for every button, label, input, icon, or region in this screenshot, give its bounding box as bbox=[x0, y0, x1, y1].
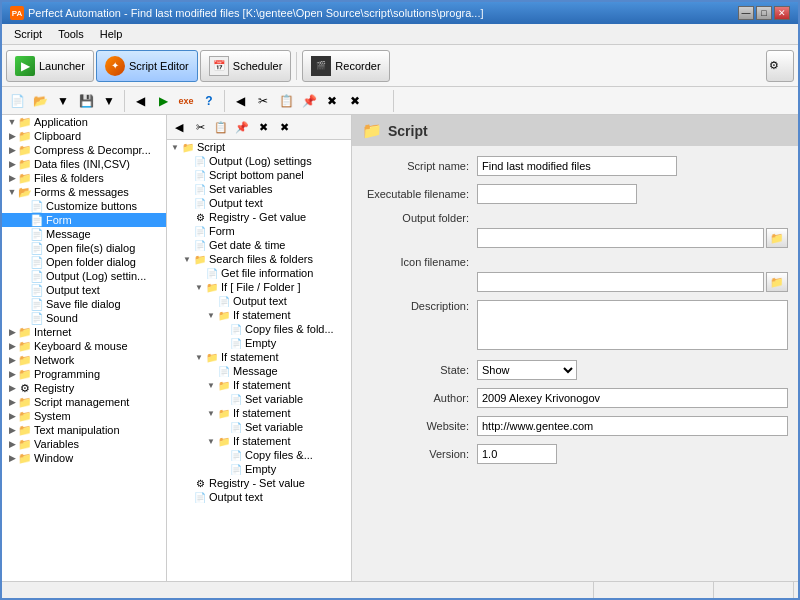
tree-item-registry[interactable]: ▶ ⚙ Registry bbox=[2, 381, 166, 395]
tree-item-window[interactable]: ▶ 📁 Window bbox=[2, 451, 166, 465]
tree-item-outputlog[interactable]: 📄 Output (Log) settin... bbox=[2, 269, 166, 283]
expand-customize[interactable] bbox=[18, 200, 30, 212]
input-version[interactable] bbox=[477, 444, 557, 464]
input-iconfn[interactable] bbox=[477, 272, 764, 292]
stree-ifstatement4[interactable]: ▼ 📁 If statement bbox=[167, 406, 351, 420]
expand-internet[interactable]: ▶ bbox=[6, 326, 18, 338]
expand-message[interactable] bbox=[18, 228, 30, 240]
stree-expand-ifstatement4[interactable]: ▼ bbox=[205, 407, 217, 419]
tree-item-outputtext[interactable]: 📄 Output text bbox=[2, 283, 166, 297]
expand-variables[interactable]: ▶ bbox=[6, 438, 18, 450]
input-exename[interactable] bbox=[477, 184, 637, 204]
stree-copyfiles1[interactable]: 📄 Copy files & fold... bbox=[167, 322, 351, 336]
stree-expand-ifstatement3[interactable]: ▼ bbox=[205, 379, 217, 391]
stree-form[interactable]: 📄 Form bbox=[167, 224, 351, 238]
expand-outputtext[interactable] bbox=[18, 284, 30, 296]
expand-form[interactable] bbox=[18, 214, 30, 226]
stree-fileinfo[interactable]: 📄 Get file information bbox=[167, 266, 351, 280]
stree-outputlog[interactable]: 📄 Output (Log) settings bbox=[167, 154, 351, 168]
input-author[interactable] bbox=[477, 388, 788, 408]
menu-tools[interactable]: Tools bbox=[50, 26, 92, 42]
mid-cut[interactable]: ✂ bbox=[190, 117, 210, 137]
expand-keyboard[interactable]: ▶ bbox=[6, 340, 18, 352]
expand-window[interactable]: ▶ bbox=[6, 452, 18, 464]
delete2-button[interactable]: ✖ bbox=[344, 90, 366, 112]
stree-outputtext1[interactable]: 📄 Output text bbox=[167, 196, 351, 210]
collapse-button[interactable]: ◀ bbox=[169, 117, 189, 137]
minimize-button[interactable]: — bbox=[738, 6, 754, 20]
mid-del2[interactable]: ✖ bbox=[274, 117, 294, 137]
open-button[interactable]: 📂 bbox=[29, 90, 51, 112]
mid-del1[interactable]: ✖ bbox=[253, 117, 273, 137]
input-website[interactable] bbox=[477, 416, 788, 436]
maximize-button[interactable]: □ bbox=[756, 6, 772, 20]
run-button[interactable]: ▶ bbox=[152, 90, 174, 112]
tree-item-savefile[interactable]: 📄 Save file dialog bbox=[2, 297, 166, 311]
expand-openfolder[interactable] bbox=[18, 256, 30, 268]
expand-forms[interactable]: ▼ bbox=[6, 186, 18, 198]
run-exe-button[interactable]: exe bbox=[175, 90, 197, 112]
tree-item-openfile[interactable]: 📄 Open file(s) dialog bbox=[2, 241, 166, 255]
save-dropdown[interactable]: ▼ bbox=[98, 90, 120, 112]
stree-iffilefolder[interactable]: ▼ 📁 If [ File / Folder ] bbox=[167, 280, 351, 294]
paste-button[interactable]: 📌 bbox=[298, 90, 320, 112]
stree-setvars[interactable]: 📄 Set variables bbox=[167, 182, 351, 196]
stree-copyfiles2[interactable]: 📄 Copy files &... bbox=[167, 448, 351, 462]
delete-button[interactable]: ✖ bbox=[321, 90, 343, 112]
expand-openfile[interactable] bbox=[18, 242, 30, 254]
tree-item-openfolder[interactable]: 📄 Open folder dialog bbox=[2, 255, 166, 269]
expand-scriptmgmt[interactable]: ▶ bbox=[6, 396, 18, 408]
stree-ifstatement5[interactable]: ▼ 📁 If statement bbox=[167, 434, 351, 448]
input-scriptname[interactable] bbox=[477, 156, 677, 176]
input-description[interactable] bbox=[477, 300, 788, 350]
stree-expand-script[interactable]: ▼ bbox=[169, 141, 181, 153]
tree-item-text[interactable]: ▶ 📁 Text manipulation bbox=[2, 423, 166, 437]
tree-item-network[interactable]: ▶ 📁 Network bbox=[2, 353, 166, 367]
expand-datafiles[interactable]: ▶ bbox=[6, 158, 18, 170]
select-state[interactable]: Show Hide Minimize bbox=[477, 360, 577, 380]
browse-outputfolder-button[interactable]: 📁 bbox=[766, 228, 788, 248]
expand-text[interactable]: ▶ bbox=[6, 424, 18, 436]
stree-expand-searchfiles[interactable]: ▼ bbox=[181, 253, 193, 265]
expand-application[interactable]: ▼ bbox=[6, 116, 18, 128]
help-button[interactable]: ? bbox=[198, 90, 220, 112]
stree-script[interactable]: ▼ 📁 Script bbox=[167, 140, 351, 154]
tree-item-files[interactable]: ▶ 📁 Files & folders bbox=[2, 171, 166, 185]
tree-item-programming[interactable]: ▶ 📁 Programming bbox=[2, 367, 166, 381]
input-outputfolder[interactable] bbox=[477, 228, 764, 248]
tree-item-forms[interactable]: ▼ 📂 Forms & messages bbox=[2, 185, 166, 199]
tree-item-message[interactable]: 📄 Message bbox=[2, 227, 166, 241]
expand-registry[interactable]: ▶ bbox=[6, 382, 18, 394]
recorder-button[interactable]: 🎬 Recorder bbox=[302, 50, 389, 82]
stree-bottompanel[interactable]: 📄 Script bottom panel bbox=[167, 168, 351, 182]
stree-ifstatement1[interactable]: ▼ 📁 If statement bbox=[167, 308, 351, 322]
tree-item-scriptmgmt[interactable]: ▶ 📁 Script management bbox=[2, 395, 166, 409]
tree-item-customize[interactable]: 📄 Customize buttons bbox=[2, 199, 166, 213]
tree-item-sound[interactable]: 📄 Sound bbox=[2, 311, 166, 325]
new-button[interactable]: 📄 bbox=[6, 90, 28, 112]
menu-script[interactable]: Script bbox=[6, 26, 50, 42]
expand-savefile[interactable] bbox=[18, 298, 30, 310]
expand-sound[interactable] bbox=[18, 312, 30, 324]
tree-item-keyboard[interactable]: ▶ 📁 Keyboard & mouse bbox=[2, 339, 166, 353]
expand-compress[interactable]: ▶ bbox=[6, 144, 18, 156]
stree-expand-ifstatement5[interactable]: ▼ bbox=[205, 435, 217, 447]
stree-expand-iffilefolder[interactable]: ▼ bbox=[193, 281, 205, 293]
stree-outputtext2[interactable]: 📄 Output text bbox=[167, 294, 351, 308]
stree-empty1[interactable]: 📄 Empty bbox=[167, 336, 351, 350]
stree-message[interactable]: 📄 Message bbox=[167, 364, 351, 378]
tree-item-variables[interactable]: ▶ 📁 Variables bbox=[2, 437, 166, 451]
expand-network[interactable]: ▶ bbox=[6, 354, 18, 366]
expand-system[interactable]: ▶ bbox=[6, 410, 18, 422]
copy-button[interactable]: 📋 bbox=[275, 90, 297, 112]
stree-reggetvalue[interactable]: ⚙ Registry - Get value bbox=[167, 210, 351, 224]
stree-ifstatement3[interactable]: ▼ 📁 If statement bbox=[167, 378, 351, 392]
mid-copy[interactable]: 📋 bbox=[211, 117, 231, 137]
close-button[interactable]: ✕ bbox=[774, 6, 790, 20]
scheduler-button[interactable]: 📅 Scheduler bbox=[200, 50, 292, 82]
tree-back-button[interactable]: ◀ bbox=[229, 90, 251, 112]
stree-searchfiles[interactable]: ▼ 📁 Search files & folders bbox=[167, 252, 351, 266]
tree-item-compress[interactable]: ▶ 📁 Compress & Decompr... bbox=[2, 143, 166, 157]
menu-help[interactable]: Help bbox=[92, 26, 131, 42]
cut-button[interactable]: ✂ bbox=[252, 90, 274, 112]
